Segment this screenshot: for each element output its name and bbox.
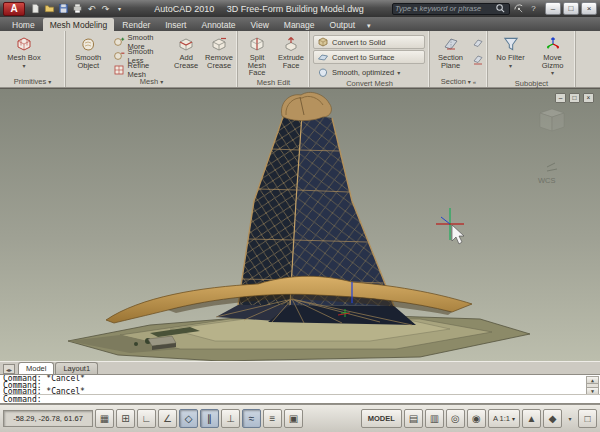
- panel-mesh: Smooth Object Smooth More Smooth Less Re…: [66, 31, 238, 87]
- close-button[interactable]: ×: [581, 2, 597, 15]
- panel-title-subobject[interactable]: Subobject: [488, 79, 575, 88]
- open-file-icon[interactable]: [43, 2, 56, 15]
- autocad-window: A ↶ ↷ ▾ AutoCAD 2010 3D Free-Form Buildi…: [0, 0, 600, 432]
- search-input[interactable]: [395, 4, 494, 13]
- ortho-toggle[interactable]: ∟: [137, 409, 156, 428]
- grid-toggle[interactable]: ⊞: [116, 409, 135, 428]
- refine-mesh-button[interactable]: Refine Mesh: [110, 63, 170, 76]
- tab-output[interactable]: Output: [323, 18, 363, 31]
- save-icon[interactable]: [57, 2, 70, 15]
- dropdown-arrow-icon: ▾: [551, 70, 554, 78]
- redo-icon[interactable]: ↷: [99, 2, 112, 15]
- dropdown-arrow-icon: ▾: [160, 78, 163, 85]
- minimize-button[interactable]: –: [545, 2, 561, 15]
- drawing-viewport[interactable]: WCS – □ ×: [0, 88, 600, 361]
- section-plane-button[interactable]: Section Plane: [433, 33, 468, 70]
- command-prompt[interactable]: Command:: [3, 394, 600, 403]
- status-menu-icon[interactable]: ▾: [564, 409, 576, 428]
- qat-dropdown-icon[interactable]: ▾: [113, 2, 126, 15]
- smooth-object-button[interactable]: Smooth Object: [69, 33, 108, 70]
- panel-title-primitives[interactable]: Primitives ▾: [0, 76, 65, 87]
- panel-title-mesh-edit[interactable]: Mesh Edit: [238, 78, 309, 88]
- clean-screen-button[interactable]: □: [578, 409, 597, 428]
- undo-icon[interactable]: ↶: [85, 2, 98, 15]
- tab-manage[interactable]: Manage: [277, 18, 322, 31]
- scroll-up-icon[interactable]: ▲: [587, 377, 598, 384]
- layout-nav-icon[interactable]: ◂▸: [3, 364, 15, 374]
- ducs-toggle[interactable]: ⊥: [221, 409, 240, 428]
- subscription-center-icon[interactable]: [512, 2, 525, 15]
- dropdown-arrow-icon: ▾: [48, 78, 51, 85]
- show-motion-button[interactable]: ◉: [467, 409, 486, 428]
- add-crease-button[interactable]: Add Crease: [171, 33, 201, 70]
- building-model: WCS: [0, 89, 600, 361]
- tab-render[interactable]: Render: [115, 18, 157, 31]
- panel-collapse-icon[interactable]: «: [473, 79, 476, 85]
- dyn-toggle[interactable]: ≈: [242, 409, 261, 428]
- remove-crease-icon: [210, 35, 228, 53]
- new-file-icon[interactable]: [29, 2, 42, 15]
- quick-view-drawings-button[interactable]: ▥: [425, 409, 444, 428]
- wcs-indicator[interactable]: WCS: [538, 163, 557, 185]
- panel-title-section[interactable]: Section ▾ «: [430, 76, 487, 87]
- panel-title-mesh[interactable]: Mesh ▾: [66, 76, 237, 87]
- convert-to-surface-button[interactable]: Convert to Surface: [313, 50, 425, 64]
- no-filter-icon: [502, 35, 520, 53]
- drawing-restore-button[interactable]: □: [569, 93, 580, 103]
- lwt-toggle[interactable]: ≡: [263, 409, 282, 428]
- smooth-object-icon: [79, 35, 97, 53]
- annotation-scale-button[interactable]: A 1:1 ▾: [488, 409, 520, 428]
- annotation-autoscale-button[interactable]: ◆: [543, 409, 562, 428]
- plot-icon[interactable]: [71, 2, 84, 15]
- panel-section: Section Plane Section ▾ «: [430, 31, 488, 87]
- move-gizmo-dropdown[interactable]: Move Gizmo ▾: [532, 33, 573, 79]
- extrude-face-button[interactable]: Extrude Face: [275, 33, 307, 70]
- ribbon-tab-bar: Home Mesh Modeling Render Insert Annotat…: [0, 17, 600, 31]
- model-space-button[interactable]: MODEL: [361, 409, 402, 428]
- smooth-object-label: Smooth Object: [70, 54, 107, 69]
- split-mesh-face-button[interactable]: Split Mesh Face: [241, 33, 273, 78]
- annotation-visibility-button[interactable]: ▲: [522, 409, 541, 428]
- steering-wheel-button[interactable]: ◎: [446, 409, 465, 428]
- view-cube[interactable]: [540, 109, 564, 131]
- live-section-icon[interactable]: [470, 35, 485, 50]
- tab-model[interactable]: Model: [18, 362, 54, 374]
- command-window[interactable]: Command: *Cancel* Command: Command: *Can…: [0, 374, 600, 404]
- osnap-toggle[interactable]: ◇: [179, 409, 198, 428]
- mesh-box-button[interactable]: Mesh Box ▾: [3, 33, 45, 71]
- otrack-toggle[interactable]: ∥: [200, 409, 219, 428]
- tab-insert[interactable]: Insert: [158, 18, 193, 31]
- window-title: AutoCAD 2010 3D Free-Form Building Model…: [128, 4, 390, 14]
- generate-section-icon[interactable]: [470, 52, 485, 67]
- drawing-minimize-button[interactable]: –: [555, 93, 566, 103]
- dropdown-arrow-icon: ▾: [509, 63, 512, 71]
- convert-to-surface-icon: [317, 51, 329, 63]
- scroll-down-icon[interactable]: ▼: [587, 387, 598, 394]
- tab-mesh-modeling[interactable]: Mesh Modeling: [43, 18, 115, 31]
- panel-title-convert-mesh[interactable]: Convert Mesh: [310, 79, 429, 88]
- polar-toggle[interactable]: ∠: [158, 409, 177, 428]
- tab-view[interactable]: View: [244, 18, 276, 31]
- quick-view-layouts-button[interactable]: ▤: [404, 409, 423, 428]
- convert-to-solid-button[interactable]: Convert to Solid: [313, 35, 425, 49]
- smooth-optimized-dropdown[interactable]: Smooth, optimized ▾: [313, 65, 425, 79]
- no-filter-dropdown[interactable]: No Filter ▾: [491, 33, 530, 71]
- help-icon[interactable]: ?: [527, 2, 540, 15]
- maximize-button[interactable]: □: [563, 2, 579, 15]
- tab-annotate[interactable]: Annotate: [194, 18, 242, 31]
- move-gizmo-icon: [544, 35, 562, 53]
- tab-layout1[interactable]: Layout1: [55, 362, 98, 374]
- panel-convert-mesh: Convert to Solid Convert to Surface Smoo…: [310, 31, 430, 87]
- coordinates-readout[interactable]: -58.29, -26.78, 61.67: [3, 410, 93, 427]
- remove-crease-button[interactable]: Remove Crease: [203, 33, 235, 70]
- tab-home[interactable]: Home: [5, 18, 42, 31]
- ribbon-options-icon[interactable]: ▾: [363, 20, 375, 31]
- command-scrollbar[interactable]: ▲ ▼: [586, 376, 599, 395]
- split-mesh-face-icon: [248, 35, 266, 53]
- smooth-less-icon: [113, 50, 125, 62]
- application-menu-button[interactable]: A: [3, 2, 25, 16]
- qp-toggle[interactable]: ▣: [284, 409, 303, 428]
- snap-toggle[interactable]: ▦: [95, 409, 114, 428]
- search-icon[interactable]: [494, 2, 507, 15]
- drawing-close-button[interactable]: ×: [583, 93, 594, 103]
